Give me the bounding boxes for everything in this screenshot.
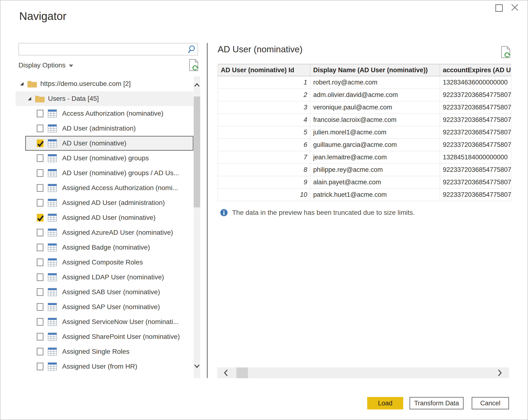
tree-item[interactable]: Assigned ServiceNow User (nominati... xyxy=(25,314,193,329)
tree-item[interactable]: Assigned Badge (nominative) xyxy=(25,240,193,255)
tree-item[interactable]: Assigned AD User (administration) xyxy=(25,195,193,210)
expander-icon[interactable] xyxy=(28,97,32,101)
refresh-preview-icon[interactable] xyxy=(189,59,199,71)
table-icon xyxy=(48,288,57,296)
display-options-dropdown[interactable]: Display Options xyxy=(18,61,73,69)
close-icon[interactable] xyxy=(510,3,519,12)
checkbox[interactable] xyxy=(37,229,43,236)
transform-data-button[interactable]: Transform Data xyxy=(409,397,464,409)
cell-id: 7 xyxy=(218,151,310,164)
table-row[interactable]: 10 patrick.huet1@acme.com 92233720368547… xyxy=(218,189,511,201)
tree-item-label: Assigned SAP User (nominative) xyxy=(62,303,160,311)
column-header-account-expires[interactable]: accountExpires (AD User (nominative)) xyxy=(440,64,511,76)
table-row[interactable]: 3 veronique.paul@acme.com 92233720368547… xyxy=(218,101,511,114)
tree-item[interactable]: Assigned AD User (nominative) xyxy=(25,210,193,225)
load-button[interactable]: Load xyxy=(367,397,403,409)
cell-display-name: robert.roy@acme.com xyxy=(310,76,440,89)
search-icon[interactable] xyxy=(187,45,196,54)
tree-item[interactable]: Assigned SAB User (nominative) xyxy=(25,285,193,300)
checkmark-icon xyxy=(37,215,44,222)
checkbox[interactable] xyxy=(37,139,43,147)
tree-scrollbar[interactable] xyxy=(194,76,200,378)
table-row[interactable]: 8 philippe.rey@acme.com 9223372036854775… xyxy=(218,164,511,176)
checkbox[interactable] xyxy=(37,318,43,326)
tree-item[interactable]: Assigned LDAP User (nominative) xyxy=(25,270,193,285)
tree-item[interactable]: AD User (nominative) xyxy=(25,136,193,151)
tree-item[interactable]: Assigned Access Authorization (nomi... xyxy=(25,180,193,195)
checkbox[interactable] xyxy=(37,125,43,132)
tree-item-label: Assigned ServiceNow User (nominati... xyxy=(62,318,179,326)
checkbox[interactable] xyxy=(37,288,43,296)
cell-account-expires: 132845184000000000 xyxy=(440,151,511,164)
table-icon xyxy=(48,303,57,311)
tree-item[interactable]: Assigned SharePoint User (nominative) xyxy=(25,329,193,344)
checkbox[interactable] xyxy=(37,273,43,281)
tree-item[interactable]: AD User (nominative) groups xyxy=(25,151,193,166)
cell-id: 6 xyxy=(218,139,310,151)
checkbox[interactable] xyxy=(37,258,43,266)
checkbox[interactable] xyxy=(37,333,43,341)
table-row[interactable]: 1 robert.roy@acme.com 132834636000000000 xyxy=(218,76,511,89)
scroll-up-icon[interactable] xyxy=(194,83,200,87)
search-input[interactable] xyxy=(21,44,186,54)
table-icon xyxy=(48,184,57,192)
checkbox[interactable] xyxy=(37,363,43,370)
checkbox[interactable] xyxy=(37,199,43,207)
tree-item-label: Assigned User (from HR) xyxy=(62,363,137,370)
table-icon xyxy=(48,318,57,326)
table-row[interactable]: 4 francoise.lacroix@acme.com 92233720368… xyxy=(218,114,511,126)
tree-item-label: Access Authorization (nominative) xyxy=(62,110,163,117)
checkbox[interactable] xyxy=(37,214,43,222)
tree-root-label: https://demo.usercube.com [2] xyxy=(40,80,131,88)
refresh-preview-icon[interactable] xyxy=(501,46,511,58)
preview-h-scrollbar[interactable] xyxy=(217,367,509,378)
cell-id: 5 xyxy=(218,126,310,139)
maximize-button[interactable] xyxy=(495,4,503,12)
tree-group-node[interactable]: Users - Data [45] xyxy=(16,91,193,106)
checkbox[interactable] xyxy=(37,110,43,117)
scroll-left-icon[interactable] xyxy=(224,369,228,376)
cell-account-expires: 9223372036854775807 xyxy=(440,164,511,176)
table-icon xyxy=(48,333,57,341)
checkbox[interactable] xyxy=(37,244,43,251)
tree-item[interactable]: Assigned SAP User (nominative) xyxy=(25,300,193,314)
cell-id: 1 xyxy=(218,76,310,89)
tree-item-label: AD User (nominative) groups xyxy=(62,154,149,162)
scroll-down-icon[interactable] xyxy=(194,364,200,368)
cell-id: 4 xyxy=(218,114,310,126)
checkbox[interactable] xyxy=(37,184,43,192)
cancel-button[interactable]: Cancel xyxy=(472,397,509,409)
tree-item[interactable]: Assigned Single Roles xyxy=(25,344,193,359)
column-header-id[interactable]: AD User (nominative) Id xyxy=(218,64,310,76)
scroll-right-icon[interactable] xyxy=(498,369,502,376)
cell-id: 3 xyxy=(218,101,310,114)
expander-icon[interactable] xyxy=(20,82,24,86)
cell-account-expires: 9223372036854775807 xyxy=(440,139,511,151)
checkbox[interactable] xyxy=(37,303,43,311)
table-row[interactable]: 6 guillaume.garcia@acme.com 922337203685… xyxy=(218,139,511,151)
tree-item-label: Assigned AD User (nominative) xyxy=(62,214,156,222)
checkbox[interactable] xyxy=(37,348,43,355)
table-row[interactable]: 5 julien.morel1@acme.com 922337203685477… xyxy=(218,126,511,139)
tree-item[interactable]: Assigned AzureAD User (nominative) xyxy=(25,225,193,240)
checkbox[interactable] xyxy=(37,169,43,177)
table-row[interactable]: 2 adm.olivier.david@acme.com 92233720368… xyxy=(218,89,511,101)
tree-item-label: AD User (nominative) xyxy=(62,139,126,147)
navigation-tree: https://demo.usercube.com [2] Users - Da… xyxy=(16,76,193,378)
checkbox[interactable] xyxy=(37,154,43,162)
tree-item[interactable]: AD User (nominative) groups / AD Us... xyxy=(25,166,193,180)
tree-item[interactable]: AD User (administration) xyxy=(25,121,193,136)
h-scrollbar-thumb[interactable] xyxy=(236,367,248,378)
table-icon xyxy=(48,109,57,118)
tree-root-node[interactable]: https://demo.usercube.com [2] xyxy=(16,76,193,91)
preview-table: AD User (nominative) Id Display Name (AD… xyxy=(218,64,511,201)
refresh-preview-slot xyxy=(501,46,511,59)
tree-item[interactable]: Assigned Composite Roles xyxy=(25,255,193,270)
column-header-display-name[interactable]: Display Name (AD User (nominative)) xyxy=(310,64,440,76)
table-row[interactable]: 9 alain.payet@acme.com 92233720368547758… xyxy=(218,176,511,189)
tree-item[interactable]: Assigned User (from HR) xyxy=(25,359,193,374)
tree-item-label: Assigned Composite Roles xyxy=(62,258,143,266)
tree-scrollbar-thumb[interactable] xyxy=(194,96,200,207)
tree-item[interactable]: Access Authorization (nominative) xyxy=(25,106,193,121)
table-row[interactable]: 7 jean.lemaitre@acme.com 132845184000000… xyxy=(218,151,511,164)
